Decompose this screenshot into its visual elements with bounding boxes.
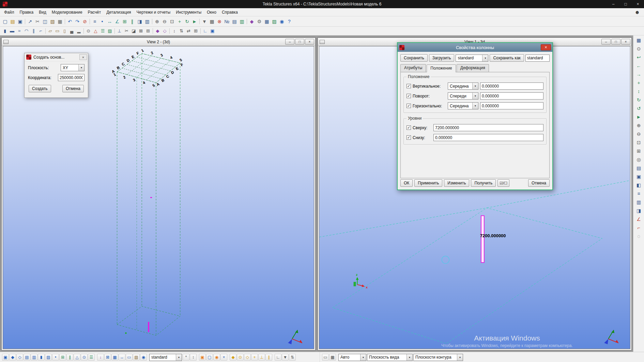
dialog-tab-0[interactable]: Атрибуты xyxy=(400,64,426,72)
display-settings-icon[interactable]: ▥ xyxy=(635,198,643,206)
select-all-icon[interactable]: ▣ xyxy=(2,354,9,361)
publish-icon[interactable]: ◉ xyxy=(278,18,286,25)
select-reinforcement-icon[interactable]: ☰ xyxy=(88,354,95,361)
user-account-icon[interactable]: ☻ xyxy=(634,9,640,15)
create-polybeam-icon[interactable]: ≈ xyxy=(16,28,23,34)
view-display-icon[interactable]: ▦ xyxy=(329,354,336,361)
cancel-button[interactable]: Отмена xyxy=(62,85,84,92)
create-point-icon[interactable]: • xyxy=(98,18,106,25)
horizontal-position-combo[interactable]: Середина ▼ xyxy=(448,102,478,109)
rotate-view-icon[interactable]: ↻ xyxy=(635,96,643,104)
snap-intersections-icon[interactable]: + xyxy=(251,354,258,361)
help-icon[interactable]: ? xyxy=(286,18,293,25)
snap-extensions-icon[interactable]: ∥ xyxy=(265,354,272,361)
zoom-in-view-icon[interactable]: ⊕ xyxy=(635,121,643,130)
smart-select-icon[interactable]: * xyxy=(183,354,189,361)
select-components-icon[interactable]: ◆ xyxy=(9,354,16,361)
zoom-out-view-icon[interactable]: ⊖ xyxy=(635,130,643,138)
array-object-icon[interactable]: ⊞ xyxy=(192,28,199,34)
close-icon[interactable]: × xyxy=(621,39,630,45)
cut-with-part-icon[interactable]: ⊠ xyxy=(137,28,144,34)
screenshot-icon[interactable]: ◨ xyxy=(635,207,643,215)
fly-view-icon[interactable]: ► xyxy=(635,113,643,121)
select-component-objects-icon[interactable]: ◇ xyxy=(16,354,23,361)
close-icon[interactable]: × xyxy=(632,0,644,8)
vertical-checkbox[interactable]: ✓ xyxy=(407,84,411,88)
workplane-view-icon[interactable]: ▭ xyxy=(322,354,329,361)
create-surface-icon[interactable]: ▨ xyxy=(106,28,113,34)
snap-depth-combo[interactable]: Авто ▼ xyxy=(338,354,366,361)
move-object-icon[interactable]: ↕ xyxy=(171,28,178,34)
top-level-checkbox[interactable]: ✓ xyxy=(407,125,411,130)
center-view-icon[interactable]: ◎ xyxy=(635,155,643,164)
load-button[interactable]: Загрузить xyxy=(429,54,455,62)
snap-nearest-point-icon[interactable]: ◉ xyxy=(213,354,220,361)
undo-icon[interactable]: ↶ xyxy=(66,18,74,25)
bottom-level-checkbox[interactable]: ✓ xyxy=(407,135,411,140)
rotate-view-icon[interactable]: ↻ xyxy=(183,18,191,25)
get-button[interactable]: Получить xyxy=(471,179,496,187)
toggle-checkboxes-button[interactable]: ☑/☐ xyxy=(497,179,509,187)
copy-object-icon[interactable]: ⇅ xyxy=(178,28,185,34)
create-strip-footing-icon[interactable]: ▂ xyxy=(75,28,82,34)
menu-item-9[interactable]: Справка xyxy=(219,9,241,16)
cut-with-polygon-icon[interactable]: ◪ xyxy=(130,28,137,34)
select-objects-in-components-icon[interactable]: ◉ xyxy=(140,354,147,361)
select-grids-icon[interactable]: ⊞ xyxy=(59,354,66,361)
context-toolbar-icon[interactable]: ▦ xyxy=(635,36,643,44)
select-points-icon[interactable]: • xyxy=(52,354,59,361)
zoom-in-icon[interactable]: ⊕ xyxy=(153,18,161,25)
interrupt-icon[interactable]: ⊘ xyxy=(81,18,89,25)
zoom-previous-icon[interactable]: ↩ xyxy=(635,53,643,61)
close-icon[interactable]: × xyxy=(541,44,551,50)
task-manager-icon[interactable]: ▨ xyxy=(271,18,278,25)
maximize-icon[interactable]: □ xyxy=(611,39,620,45)
rotation-position-combo[interactable]: Спереди ▼ xyxy=(448,92,478,100)
create-weld-icon[interactable]: △ xyxy=(92,28,99,34)
close-icon[interactable]: × xyxy=(305,39,314,45)
create-twin-profile-icon[interactable]: ∥ xyxy=(30,28,37,34)
pan-view-icon[interactable]: + xyxy=(635,79,643,87)
create-view-icon[interactable]: ◨ xyxy=(136,18,143,25)
scroll-view-icon[interactable]: ↕ xyxy=(635,87,643,95)
measure-distance-icon[interactable]: ↔ xyxy=(106,18,113,25)
ortho-snap-icon[interactable]: ∟ xyxy=(275,354,281,361)
create-curved-beam-icon[interactable]: ◠ xyxy=(23,28,30,34)
redo-icon[interactable]: ↷ xyxy=(74,18,81,25)
snap-center-points-icon[interactable]: ⊙ xyxy=(237,354,244,361)
outline-planes-combo[interactable]: Плоскости контура ▼ xyxy=(413,354,463,361)
create-grid-icon[interactable]: ⊞ xyxy=(121,18,128,25)
view-properties-icon[interactable]: ≡ xyxy=(635,190,643,198)
select-assembly-objects-icon[interactable]: ▥ xyxy=(31,354,37,361)
apply-button[interactable]: Применить xyxy=(414,179,442,187)
create-panel-icon[interactable]: ▯ xyxy=(61,28,68,34)
create-view-dialog-titlebar[interactable]: Создать основ... × xyxy=(25,53,88,61)
select-views-icon[interactable]: ▦ xyxy=(111,354,118,361)
properties-icon[interactable]: ≡ xyxy=(91,18,98,25)
dialog-tab-1[interactable]: Положение xyxy=(427,64,456,72)
numbering-icon[interactable]: № xyxy=(223,18,231,25)
zoom-original-icon[interactable]: ⊙ xyxy=(635,45,643,53)
vertical-position-combo[interactable]: Середина ▼ xyxy=(448,82,478,90)
clip-plane-icon[interactable]: ◧ xyxy=(635,181,643,189)
horizontal-offset-input[interactable] xyxy=(480,102,543,109)
create-column-icon[interactable]: ▮ xyxy=(1,28,9,34)
create-component-icon[interactable]: ◆ xyxy=(154,28,161,34)
custom-component-icon[interactable]: ◇ xyxy=(161,28,168,34)
select-assemblies-icon[interactable]: ▤ xyxy=(24,354,30,361)
next-view-icon[interactable]: → xyxy=(635,70,643,78)
report-list-icon[interactable]: ▥ xyxy=(238,18,246,25)
maximize-icon[interactable]: □ xyxy=(619,0,632,8)
select-loads-icon[interactable]: ↓ xyxy=(97,354,104,361)
create-orthogonal-beam-icon[interactable]: ⌐ xyxy=(37,28,44,34)
rotation-offset-input[interactable] xyxy=(480,92,543,100)
model-column-preview[interactable] xyxy=(148,322,149,332)
selection-filter-icon[interactable]: ▼ xyxy=(201,18,208,25)
column-properties-titlebar[interactable]: Свойства колонны × xyxy=(398,43,552,52)
phase-manager-icon[interactable]: ▩ xyxy=(208,18,216,25)
save-button[interactable]: Сохранить xyxy=(400,54,428,62)
cancel-button[interactable]: Отмена xyxy=(528,179,550,187)
create-grid-line-icon[interactable]: ∥ xyxy=(128,18,136,25)
organizer-icon[interactable]: ▦ xyxy=(263,18,271,25)
rotation-checkbox[interactable]: ✓ xyxy=(407,94,411,98)
